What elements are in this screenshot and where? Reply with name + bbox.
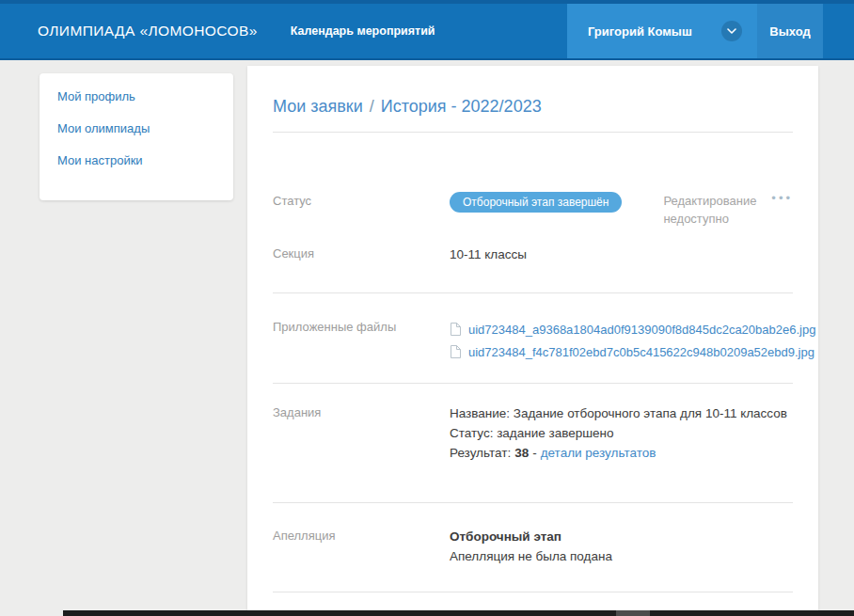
sidebar: Мой профиль Мои олимпиады Мои настройки [40,73,233,200]
file-item: uid723484_a9368a1804ad0f9139090f8d845dc2… [450,318,815,340]
page: ОЛИМПИАДА «ЛОМОНОСОВ» Календарь мероприя… [0,0,854,616]
status-badge-wrap: Отборочный этап завершён [450,192,622,213]
bottom-edge-bar [63,610,854,616]
chevron-down-icon[interactable] [721,21,742,41]
task-result-line: Результат:38-детали результатов [450,443,787,463]
application-card: Мои заявки/История - 2022/2023 Статус От… [247,66,818,616]
section-value: 10-11 классы [450,245,527,264]
files-label: Приложенные файлы [273,318,450,334]
file-item: uid723484_f4c781f02ebd7c0b5c415622c948b0… [450,340,815,363]
more-menu-icon[interactable]: ••• [771,192,793,205]
task-name: Название: Задание отборочного этапа для … [450,403,787,423]
status-badge: Отборочный этап завершён [450,192,622,213]
editing-unavailable-note: Редактирование недоступно [663,192,771,228]
attached-file-link[interactable]: uid723484_a9368a1804ad0f9139090f8d845dc2… [468,320,815,340]
divider [273,132,793,133]
page-title: История - 2022/2023 [381,97,542,116]
divider [273,592,793,592]
breadcrumb-my-applications-link[interactable]: Мои заявки [273,97,363,116]
sidebar-item-profile[interactable]: Мой профиль [57,89,233,103]
status-label: Статус [273,192,450,208]
breadcrumb-separator: / [370,97,374,116]
divider [273,383,793,384]
file-icon [450,323,461,336]
brand-title[interactable]: ОЛИМПИАДА «ЛОМОНОСОВ» [38,23,258,39]
attached-file-link[interactable]: uid723484_f4c781f02ebd7c0b5c415622c948b0… [468,342,814,362]
calendar-link[interactable]: Календарь мероприятий [291,24,435,38]
top-navbar: ОЛИМПИАДА «ЛОМОНОСОВ» Календарь мероприя… [0,0,854,60]
bottom-edge-bar-segment [616,610,650,616]
section-row: Секция 10-11 классы [273,245,793,264]
result-details-link[interactable]: детали результатов [541,446,656,460]
files-list: uid723484_a9368a1804ad0f9139090f8d845dc2… [450,318,815,363]
logout-button[interactable]: Выход [757,4,823,58]
file-icon [450,345,461,358]
tasks-details: Название: Задание отборочного этапа для … [450,403,787,463]
tasks-row: Задания Название: Задание отборочного эт… [273,403,793,463]
user-name: Григорий Комыш [588,24,692,39]
appeal-status: Апелляция не была подана [450,546,612,566]
navbar-right: Григорий Комыш Выход [567,4,823,58]
sidebar-item-settings[interactable]: Мои настройки [57,153,233,167]
appeal-qualifying-details: Отборочный этап Апелляция не была подана [450,527,612,566]
task-result-value: 38 [514,446,529,460]
user-menu[interactable]: Григорий Комыш [567,4,757,58]
task-status: Статус: задание завершено [450,423,787,443]
divider [273,292,793,293]
breadcrumb: Мои заявки/История - 2022/2023 [273,66,793,117]
task-result-separator: - [532,446,537,460]
appeal-stage-name: Отборочный этап [450,527,612,546]
sidebar-item-olympiads[interactable]: Мои олимпиады [57,121,233,135]
status-row: Статус Отборочный этап завершён Редактир… [273,192,793,228]
appeal-label: Апелляция [273,527,450,543]
files-row: Приложенные файлы uid723484_a9368a1804ad… [273,318,793,363]
appeal-qualifying-row: Апелляция Отборочный этап Апелляция не б… [273,527,793,566]
task-result-prefix: Результат: [450,446,511,460]
tasks-label: Задания [273,403,450,419]
section-label: Секция [273,245,450,261]
divider [273,502,793,503]
